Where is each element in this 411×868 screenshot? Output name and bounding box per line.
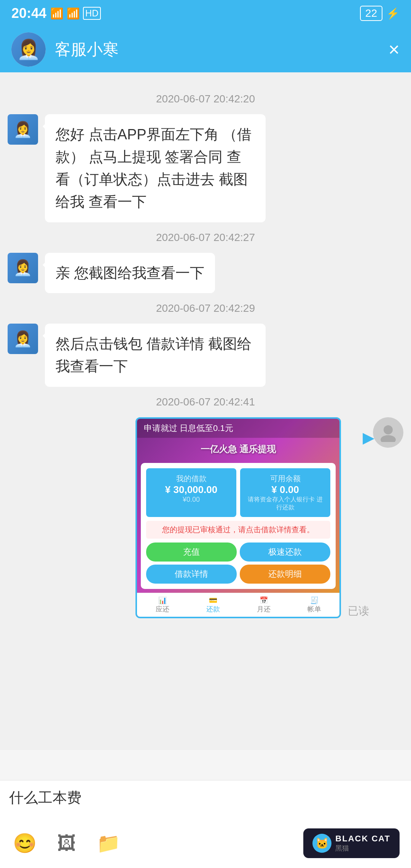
black-cat-text: BLACK CAT — [335, 834, 390, 844]
status-bar: 20:44 📶 📶 HD 22 ⚡ — [0, 0, 411, 27]
emoji-button[interactable]: 😊 — [11, 830, 38, 857]
input-toolbar: 😊 🖼 📁 🐱 BLACK CAT 黑猫 — [0, 819, 411, 868]
btn-repay-detail: 还款明细 — [240, 565, 330, 584]
message-bubble-2: 亲 您截图给我查看一下 — [45, 253, 215, 294]
input-area: 什么工本费 😊 🖼 📁 🐱 BLACK CAT 黑猫 — [0, 780, 411, 868]
screenshot-image[interactable]: 申请就过 日息低至0.1元 一亿火急 通乐提现 我的借款 ¥ 30,000.00… — [135, 417, 341, 618]
read-label: 已读 — [348, 604, 369, 618]
timestamp-2: 2020-06-07 20:42:27 — [8, 231, 403, 244]
my-loan-label: 我的借款 — [151, 474, 231, 484]
timestamp-4: 2020-06-07 20:42:41 — [8, 396, 403, 408]
status-time: 20:44 — [11, 5, 46, 21]
hd-badge: HD — [83, 7, 101, 20]
message-bubble-3: 然后点击钱包 借款详情 截图给我查看一下 — [45, 324, 266, 387]
available-amount: ¥ 0.00 — [245, 484, 325, 496]
user-avatar — [373, 417, 403, 448]
agent-message-1: 👩‍💼 您好 点击APP界面左下角 （借款） 点马上提现 签署合同 查看（订单状… — [8, 114, 403, 222]
agent-message-3: 👩‍💼 然后点击钱包 借款详情 截图给我查看一下 — [8, 324, 403, 387]
file-button[interactable]: 📁 — [95, 830, 122, 857]
btn-loan-detail: 借款详情 — [146, 565, 237, 584]
message-input-row[interactable]: 什么工本费 — [0, 780, 411, 819]
timestamp-3: 2020-06-07 20:42:29 — [8, 302, 403, 314]
message-input[interactable]: 什么工本费 — [9, 788, 402, 811]
chat-area: 2020-06-07 20:42:20 👩‍💼 您好 点击APP界面左下角 （借… — [0, 72, 411, 750]
agent-avatar-bubble: 👩‍💼 — [8, 114, 38, 145]
agent-name: 客服小寒 — [55, 39, 119, 60]
screenshot-subtitle: 一亿火急 通乐提现 — [137, 443, 339, 455]
chat-header: 客服小寒 × — [0, 27, 411, 72]
user-image-message: 已读 申请就过 日息低至0.1元 一亿火急 通乐提现 我的借款 ¥ 30 — [8, 417, 403, 618]
agent-avatar-bubble-3: 👩‍💼 — [8, 324, 38, 354]
status-icons: 📶 📶 HD — [50, 7, 101, 20]
agent-message-2: 👩‍💼 亲 您截图给我查看一下 — [8, 253, 403, 294]
battery-level: 22 — [360, 6, 382, 21]
available-label: 可用余额 — [245, 474, 325, 484]
screenshot-notice: 您的提现已审核通过，请点击借款详情查看。 — [146, 521, 330, 539]
battery-charge-icon: ⚡ — [386, 7, 400, 20]
black-cat-subtext: 黑猫 — [335, 844, 390, 853]
close-button[interactable]: × — [389, 38, 400, 61]
btn-repay: 极速还款 — [240, 542, 330, 562]
signal-icon-2: 📶 — [67, 7, 80, 20]
btn-deposit: 充值 — [146, 542, 237, 562]
status-right: 22 ⚡ — [360, 6, 400, 21]
screenshot-header-text: 申请就过 日息低至0.1元 — [144, 423, 233, 434]
message-bubble-1: 您好 点击APP界面左下角 （借款） 点马上提现 签署合同 查看（订单状态）点击… — [45, 114, 266, 222]
signal-icon: 📶 — [50, 7, 64, 20]
timestamp-1: 2020-06-07 20:42:20 — [8, 93, 403, 105]
svg-point-0 — [384, 425, 393, 434]
svg-point-1 — [381, 435, 396, 442]
agent-avatar — [11, 32, 46, 67]
agent-avatar-bubble-2: 👩‍💼 — [8, 253, 38, 283]
my-loan-amount: ¥ 30,000.00 — [151, 484, 231, 496]
image-button[interactable]: 🖼 — [53, 830, 80, 857]
